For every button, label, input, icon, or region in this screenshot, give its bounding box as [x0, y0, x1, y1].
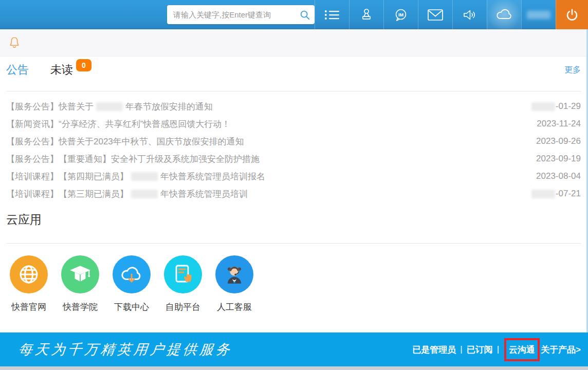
- top-bar: IM: [0, 0, 588, 29]
- app-kuaipu-academy[interactable]: 快普学院: [58, 255, 103, 313]
- redacted-text: [131, 172, 158, 181]
- user-stamp-icon: [360, 8, 373, 22]
- about-product-link[interactable]: 关于产品>: [541, 344, 581, 356]
- tab-announcements[interactable]: 公告: [6, 62, 29, 78]
- cloud-apps-grid: 快普官网 快普学院: [6, 255, 263, 313]
- self-service-doc-icon: [171, 263, 195, 286]
- graduation-cap-icon: [68, 264, 92, 285]
- im-button[interactable]: IM: [383, 0, 418, 29]
- more-link[interactable]: 更多: [564, 65, 581, 76]
- window-bottom-edge: [0, 366, 588, 370]
- announcement-row[interactable]: 【服务公告】快普关于2023年中秋节、国庆节放假安排的通知 2023-09-26: [0, 133, 588, 150]
- announcement-row[interactable]: 【服务公告】快普关于 年春节放假安排的通知 -01-29: [0, 98, 588, 115]
- announcement-title: 【服务公告】快普关于2023年中秋节、国庆节放假安排的通知: [6, 136, 244, 147]
- search-box[interactable]: [167, 5, 315, 24]
- redacted-text: [96, 102, 123, 111]
- cloud-button[interactable]: [487, 0, 521, 29]
- admin-status-link[interactable]: 已是管理员: [412, 344, 456, 356]
- cloud-chat-link[interactable]: 云沟通: [509, 345, 535, 355]
- cloud-apps-title: 云应用: [6, 212, 42, 228]
- announcement-title: 【培训课程】【第四期已满员】 年快普系统管理员培训报名: [6, 171, 265, 182]
- announcements-header: 公告 未读 0 更多: [0, 58, 588, 82]
- announcement-title: 【新闻资讯】“分享经济、共享红利”快普感恩回馈大行动！: [6, 118, 230, 130]
- announcement-date: 2023-11-24: [537, 119, 581, 129]
- power-icon: [565, 8, 579, 22]
- divider: [6, 243, 581, 244]
- logout-power-button[interactable]: [556, 0, 588, 29]
- redacted-text: [531, 190, 555, 198]
- app-label: 下载中心: [109, 301, 154, 313]
- announcement-row[interactable]: 【服务公告】【重要通知】安全补丁升级及系统加强安全防护措施 2023-09-19: [0, 150, 588, 168]
- speaker-button[interactable]: [452, 0, 487, 29]
- user-stamp-button[interactable]: [349, 0, 383, 29]
- app-self-service[interactable]: 自助平台: [160, 255, 206, 313]
- mail-icon: [428, 9, 443, 21]
- customer-service-icon: [223, 263, 246, 286]
- subscribed-status-link[interactable]: 已订阅: [467, 344, 493, 356]
- unread-count-badge: 0: [76, 59, 91, 71]
- bell-icon[interactable]: [8, 36, 21, 49]
- notification-bar: [0, 29, 588, 57]
- redacted-text: [531, 102, 555, 111]
- app-customer-service[interactable]: 人工客服: [212, 255, 257, 313]
- main-window: IM: [0, 0, 588, 370]
- menu-list-button[interactable]: [315, 0, 349, 29]
- blurred-username: [527, 11, 550, 19]
- announcement-date: 2023-09-19: [536, 154, 581, 164]
- announcement-title: 【服务公告】快普关于 年春节放假安排的通知: [6, 101, 213, 113]
- tab-unread[interactable]: 未读: [50, 62, 73, 78]
- announcement-date: -01-29: [531, 101, 581, 112]
- mail-button[interactable]: [418, 0, 452, 29]
- im-icon: IM: [394, 8, 408, 22]
- app-label: 快普学院: [58, 301, 103, 313]
- announcement-row[interactable]: 【培训课程】【第三期已满员】 年快普系统管理员培训 -07-21: [0, 185, 588, 202]
- announcement-row[interactable]: 【培训课程】【第四期已满员】 年快普系统管理员培训报名 2023-08-04: [0, 168, 588, 185]
- redacted-text: [131, 190, 158, 198]
- svg-text:IM: IM: [398, 12, 403, 17]
- globe-icon: [17, 263, 40, 286]
- topbar-icon-group: IM: [315, 0, 588, 29]
- announcement-row[interactable]: 【新闻资讯】“分享经济、共享红利”快普感恩回馈大行动！ 2023-11-24: [0, 115, 588, 133]
- speaker-icon: [463, 9, 477, 21]
- app-label: 自助平台: [160, 301, 206, 313]
- footer-slogan: 每天为千万精英用户提供服务: [17, 340, 233, 359]
- announcement-date: 2023-09-26: [536, 136, 581, 146]
- footer-links: 已是管理员 | 已订阅 | 云沟通 关于产品>: [412, 338, 581, 361]
- cloud-icon: [495, 9, 513, 21]
- app-label: 人工客服: [212, 301, 257, 313]
- app-kuaipu-website[interactable]: 快普官网: [6, 255, 51, 313]
- divider: [6, 91, 581, 91]
- menu-list-icon: [324, 9, 340, 21]
- announcement-list: 【服务公告】快普关于 年春节放假安排的通知 -01-29 【新闻资讯】“分享经济…: [0, 98, 588, 202]
- app-download-center[interactable]: 下载中心: [109, 255, 154, 313]
- announcement-date: 2023-08-04: [536, 171, 581, 181]
- separator: |: [497, 344, 499, 355]
- cloud-download-icon: [120, 264, 143, 285]
- footer-bar: 每天为千万精英用户提供服务 已是管理员 | 已订阅 | 云沟通 关于产品>: [0, 332, 588, 366]
- separator: |: [460, 344, 462, 355]
- app-label: 快普官网: [6, 301, 51, 313]
- announcement-title: 【服务公告】【重要通知】安全补丁升级及系统加强安全防护措施: [6, 153, 260, 165]
- announcement-title: 【培训课程】【第三期已满员】 年快普系统管理员培训: [6, 188, 248, 200]
- username-cell[interactable]: [521, 0, 556, 29]
- search-icon[interactable]: [299, 9, 310, 21]
- search-input[interactable]: [173, 10, 299, 19]
- announcement-date: -07-21: [531, 189, 581, 199]
- highlight-box: 云沟通: [504, 338, 540, 361]
